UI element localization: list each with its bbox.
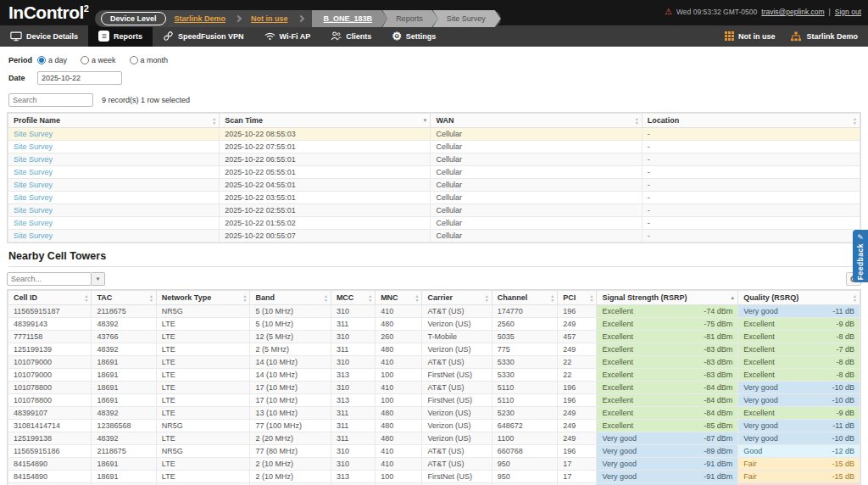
profile-link[interactable]: Site Survey <box>14 219 53 227</box>
profile-link[interactable]: Site Survey <box>14 193 53 202</box>
breadcrumb-org-link[interactable]: Starlink Demo <box>166 14 235 23</box>
quality-value: -7 dB <box>836 345 854 354</box>
pci-cell: 196 <box>558 394 597 407</box>
scan-table-row[interactable]: Site Survey2025-10-22 03:55:01Cellular- <box>8 192 860 204</box>
column-header-cell-id[interactable]: Cell ID▲▼ <box>8 291 92 305</box>
location-cell: - <box>642 128 860 141</box>
column-header-quality-rsrq[interactable]: Quality (RSRQ)▲▼ <box>738 291 860 305</box>
tab-reports[interactable]: Reports <box>88 25 153 47</box>
quality-label: Very good <box>602 460 637 468</box>
quality-value: -91 dBm <box>704 472 732 481</box>
location-cell: - <box>642 230 860 242</box>
tab-clients[interactable]: Clients <box>320 25 381 47</box>
mcc-cell: 310 <box>331 382 375 394</box>
group-switcher[interactable]: Not in use <box>725 31 776 41</box>
profile-link[interactable]: Site Survey <box>14 231 53 240</box>
scan-table-row[interactable]: Site Survey2025-10-22 00:55:07Cellular- <box>8 230 860 242</box>
column-header-wan[interactable]: WAN▲▼ <box>431 114 642 128</box>
scan-table-row[interactable]: Site Survey2025-10-22 04:55:01Cellular- <box>8 179 860 192</box>
quality-label: Excellent <box>743 358 775 366</box>
column-header-mnc[interactable]: MNC▲▼ <box>376 291 422 305</box>
column-header-profile-name[interactable]: Profile Name▲▼ <box>8 114 220 128</box>
cell-id-cell: 7771158 <box>8 331 92 343</box>
scan-table-row[interactable]: Site Survey2025-10-22 05:55:01Cellular- <box>8 166 860 179</box>
quality-value: -75 dBm <box>704 320 732 328</box>
band-cell: 2 (20 MHz) <box>250 432 331 445</box>
gear-icon: ⚙ <box>392 31 402 42</box>
quality-value: -89 dBm <box>704 447 732 455</box>
profile-link[interactable]: Site Survey <box>14 130 53 138</box>
profile-link[interactable]: Site Survey <box>14 168 53 176</box>
breadcrumb-group-link[interactable]: Not in use <box>242 14 297 23</box>
period-a-week-radio[interactable] <box>81 56 89 64</box>
profile-link[interactable]: Site Survey <box>14 181 53 189</box>
column-header-tac[interactable]: TAC▲▼ <box>92 291 156 305</box>
period-a-week[interactable]: a week <box>81 56 116 64</box>
rsrq-cell: Very good-10 dB <box>738 394 860 407</box>
period-a-day-radio[interactable] <box>37 56 46 64</box>
incontrol-logo[interactable]: InControl2 <box>8 3 88 23</box>
scan-time-cell: 2025-10-22 05:55:01 <box>220 166 431 179</box>
sort-icon: ▲▼ <box>635 117 639 125</box>
feedback-tab[interactable]: ✎ Feedback <box>853 230 868 282</box>
date-input[interactable] <box>37 71 122 85</box>
tab-wifi-ap[interactable]: Wi-Fi AP <box>254 25 321 47</box>
cell-id-cell: 125199139 <box>8 343 92 356</box>
quality-label: Very good <box>743 434 778 443</box>
tac-cell: 48392 <box>92 318 156 331</box>
quality-value: -9 dB <box>836 409 854 417</box>
scan-table-row[interactable]: Site Survey2025-10-22 07:55:01Cellular- <box>8 141 860 153</box>
user-email-link[interactable]: travis@peplink.com <box>761 8 824 16</box>
chevron-down-icon: ▾ <box>97 276 100 282</box>
period-a-day[interactable]: a day <box>37 56 67 64</box>
column-header-mcc[interactable]: MCC▲▼ <box>331 291 375 305</box>
column-header-carrier[interactable]: Carrier▲▼ <box>422 291 492 305</box>
scan-table-row[interactable]: Site Survey2025-10-22 02:55:01Cellular- <box>8 204 860 217</box>
quality-label: Excellent <box>602 409 633 417</box>
scan-search-input[interactable] <box>8 93 93 107</box>
rsrq-cell: Excellent-7 dB <box>738 343 860 356</box>
column-header-pci[interactable]: PCI▲▼ <box>558 291 597 305</box>
breadcrumb-page[interactable]: Site Survey <box>433 10 501 27</box>
rsrq-cell: Very good-10 dB <box>738 432 860 445</box>
scan-table-row[interactable]: Site Survey2025-10-22 06:55:01Cellular- <box>8 153 860 166</box>
breadcrumb-device[interactable]: B_ONE_183B <box>312 10 388 27</box>
profile-link[interactable]: Site Survey <box>14 155 53 164</box>
scan-table-row[interactable]: Site Survey2025-10-22 08:55:03Cellular- <box>8 128 860 141</box>
channel-cell: 5330 <box>492 369 557 382</box>
location-cell: - <box>642 179 860 192</box>
period-a-month-radio[interactable] <box>130 56 138 64</box>
report-icon <box>98 31 109 42</box>
tab-speedfusion-vpn[interactable]: SpeedFusion VPN <box>153 25 254 47</box>
column-header-channel[interactable]: Channel▲▼ <box>492 291 557 305</box>
org-switcher[interactable]: Starlink Demo <box>790 31 858 42</box>
tab-device-details[interactable]: Device Details <box>0 25 88 47</box>
quality-value: -74 dBm <box>704 307 732 315</box>
column-header-network-type[interactable]: Network Type▲▼ <box>156 291 250 305</box>
tab-settings[interactable]: ⚙ Settings <box>381 25 446 47</box>
channel-cell: 5110 <box>492 394 557 407</box>
period-a-month[interactable]: a month <box>130 56 169 64</box>
towers-search-input[interactable] <box>7 272 92 286</box>
location-cell: - <box>642 141 860 153</box>
column-header-band[interactable]: Band▲▼ <box>250 291 331 305</box>
column-header-scan-time[interactable]: Scan Time▼ <box>220 114 431 128</box>
quality-value: -8 dB <box>836 358 854 366</box>
scan-table-row[interactable]: Site Survey2025-10-22 01:55:02Cellular- <box>8 217 860 230</box>
breadcrumb-section[interactable]: Reports <box>382 10 438 27</box>
column-header-signal-strength-rsrp[interactable]: Signal Strength (RSRP)▲ <box>597 291 738 305</box>
sort-icon: ▲▼ <box>550 294 554 302</box>
sort-icon: ▲▼ <box>853 294 857 302</box>
tac-cell: 18691 <box>92 471 156 483</box>
sign-out-link[interactable]: Sign out <box>835 8 861 16</box>
search-dropdown-button[interactable]: ▾ <box>92 272 105 286</box>
profile-link[interactable]: Site Survey <box>14 206 53 215</box>
table-cell: Site Survey <box>8 217 220 230</box>
quality-label: Excellent <box>602 307 633 315</box>
scan-time-cell: 2025-10-22 00:55:07 <box>220 230 431 242</box>
wan-cell: Cellular <box>431 153 642 166</box>
column-header-location[interactable]: Location▲▼ <box>642 114 860 128</box>
quality-label: Excellent <box>602 383 633 392</box>
profile-link[interactable]: Site Survey <box>14 142 53 151</box>
rsrp-cell: Excellent-84 dBm <box>597 382 738 394</box>
